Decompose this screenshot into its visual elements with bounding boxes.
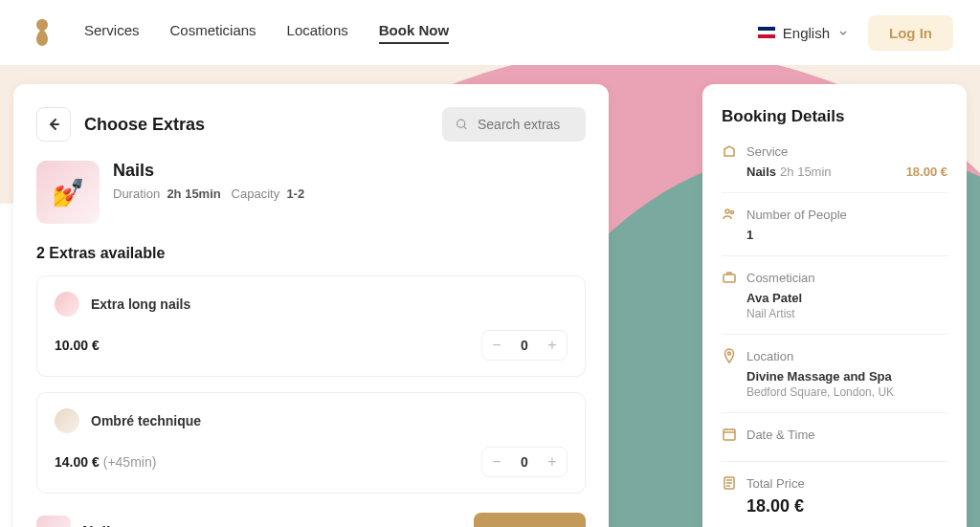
cosmetician-name: Ava Patel — [722, 291, 947, 305]
location-name: Divine Massage and Spa — [722, 369, 947, 384]
quantity-stepper: − 0 + — [481, 330, 568, 361]
service-icon — [722, 143, 737, 159]
chevron-down-icon — [837, 27, 849, 38]
stepper-value: 0 — [511, 338, 538, 353]
extra-price: 14.00 €(+45min) — [55, 454, 156, 470]
extra-thumb — [55, 292, 79, 317]
svg-point-4 — [728, 352, 731, 355]
extra-name: Extra long nails — [91, 296, 190, 312]
navbar: Services Cosmeticians Locations Book Now… — [0, 0, 980, 65]
detail-datetime: Date & Time — [722, 427, 947, 462]
nav-link-locations[interactable]: Locations — [287, 22, 348, 44]
cosmetician-role: Nail Artist — [722, 307, 947, 320]
arrow-left-icon — [45, 116, 62, 133]
extra-thumb — [55, 408, 79, 433]
extras-header: 2 Extras available — [36, 245, 586, 262]
calendar-icon — [722, 427, 737, 442]
service-price: 18.00 € — [906, 165, 947, 179]
search-box[interactable] — [442, 107, 586, 142]
extra-name: Ombré technique — [91, 413, 201, 428]
nav-link-book-now[interactable]: Book Now — [379, 22, 449, 44]
svg-point-2 — [731, 211, 734, 214]
nav-links: Services Cosmeticians Locations Book Now — [84, 22, 449, 44]
svg-rect-3 — [724, 274, 735, 282]
service-name: Nails — [113, 161, 304, 181]
language-switcher[interactable]: English — [758, 25, 849, 41]
total-icon — [722, 475, 737, 491]
detail-location: Location Divine Massage and Spa Bedford … — [722, 348, 947, 413]
continue-button[interactable]: Continue — [474, 513, 586, 527]
extra-price: 10.00 € — [55, 338, 100, 353]
extra-card: Extra long nails 10.00 € − 0 + — [36, 275, 586, 377]
detail-people: Number of People 1 — [722, 207, 947, 256]
svg-rect-5 — [724, 429, 735, 440]
stepper-minus[interactable]: − — [482, 331, 511, 360]
search-icon — [456, 117, 468, 132]
detail-cosmetician: Cosmetician Ava Patel Nail Artist — [722, 270, 947, 335]
footer-row: Nails Continue — [36, 513, 586, 527]
extras-panel: Choose Extras 💅 Nails Duration 2h 15min … — [13, 84, 609, 527]
footer-thumb — [36, 516, 71, 528]
stepper-plus[interactable]: + — [538, 448, 567, 476]
stepper-plus[interactable]: + — [538, 331, 567, 360]
location-icon — [722, 348, 737, 363]
flag-icon — [758, 27, 775, 38]
location-addr: Bedford Square, London, UK — [722, 385, 947, 399]
stepper-minus[interactable]: − — [482, 448, 511, 476]
people-icon — [722, 207, 737, 222]
selected-service: 💅 Nails Duration 2h 15min Capacity 1-2 — [36, 161, 586, 224]
svg-point-0 — [457, 120, 465, 127]
detail-total: Total Price 18.00 € — [722, 475, 947, 516]
extra-card: Ombré technique 14.00 €(+45min) − 0 + — [36, 392, 586, 494]
back-button[interactable] — [36, 107, 71, 142]
nav-link-services[interactable]: Services — [84, 22, 140, 44]
booking-details-panel: Booking Details Service Nails2h 15min 18… — [702, 84, 967, 527]
page-title: Choose Extras — [84, 115, 205, 135]
quantity-stepper: − 0 + — [481, 447, 568, 477]
service-thumb: 💅 — [36, 161, 100, 224]
login-button[interactable]: Log In — [868, 15, 953, 51]
stepper-value: 0 — [511, 454, 538, 470]
nav-link-cosmeticians[interactable]: Cosmeticians — [170, 22, 256, 44]
people-value: 1 — [722, 228, 947, 242]
footer-service-name: Nails — [82, 524, 119, 528]
svg-point-1 — [725, 209, 729, 213]
logo[interactable] — [27, 13, 57, 52]
side-title: Booking Details — [722, 107, 947, 126]
search-input[interactable] — [478, 117, 572, 132]
detail-service: Service Nails2h 15min 18.00 € — [722, 143, 947, 193]
total-price: 18.00 € — [722, 496, 947, 516]
service-meta: Duration 2h 15min Capacity 1-2 — [113, 187, 304, 201]
briefcase-icon — [722, 270, 737, 285]
language-label: English — [783, 25, 830, 41]
